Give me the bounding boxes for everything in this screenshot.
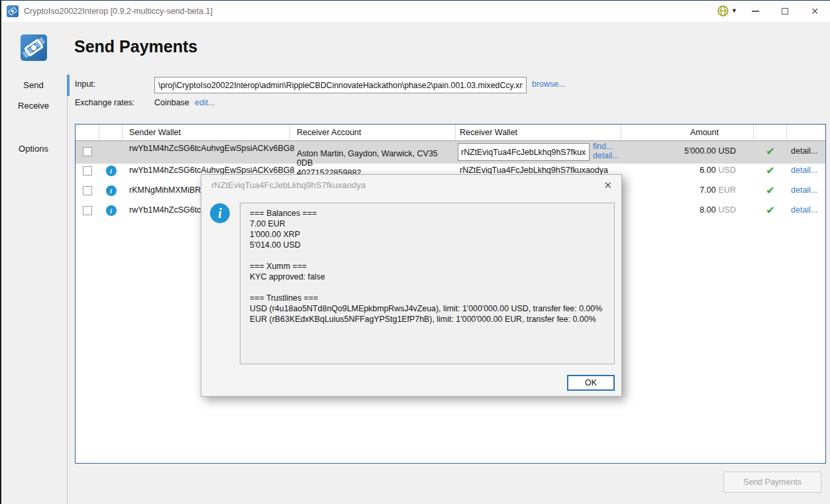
input-label: Input: xyxy=(75,79,95,89)
sidebar-divider xyxy=(67,74,68,504)
sender-wallet-cell: rwYb1M4hZcSG6tcAuhvgEwSpsiACKv6BG8 xyxy=(123,141,290,164)
amount-value: 8.00 xyxy=(700,205,715,215)
receiver-account-cell: Aston Martin, Gaydon, Warwick, CV35 0DB xyxy=(290,141,456,164)
app-logo xyxy=(21,34,47,61)
titlebar: CryptoIso20022Interop [0.9.2-multiccy-se… xyxy=(0,1,830,22)
header-status-col xyxy=(754,125,787,140)
browse-link[interactable]: browse... xyxy=(532,79,566,89)
app-window: CryptoIso20022Interop [0.9.2-multiccy-se… xyxy=(0,0,830,504)
globe-icon xyxy=(717,5,729,17)
info-icon: i xyxy=(210,203,230,223)
close-button[interactable]: ✕ xyxy=(800,1,829,22)
green-check-icon: ✔ xyxy=(766,166,774,176)
page-title: Send Payments xyxy=(74,37,197,56)
language-selector[interactable]: ▼ xyxy=(717,5,739,18)
amount-value: 6.00 xyxy=(700,166,715,175)
sidebar-item-send[interactable]: Send xyxy=(0,80,67,90)
info-icon[interactable]: i xyxy=(106,166,117,176)
row-detail-link[interactable]: detail... xyxy=(791,146,817,156)
row-detail-link[interactable]: detail... xyxy=(791,205,817,215)
amount-value: 5'000.00 xyxy=(684,146,716,156)
info-icon[interactable]: i xyxy=(106,205,117,216)
amount-currency: USD xyxy=(719,205,736,215)
detail-link[interactable]: detail... xyxy=(593,151,619,160)
green-check-icon: ✔ xyxy=(766,205,774,216)
minimize-button[interactable] xyxy=(741,1,770,22)
header-checkbox-col xyxy=(76,125,99,140)
send-payments-button[interactable]: Send Payments xyxy=(723,472,821,493)
maximize-button[interactable] xyxy=(770,1,800,22)
minimize-icon xyxy=(752,11,759,12)
window-title: CryptoIso20022Interop [0.9.2-multiccy-se… xyxy=(24,7,213,16)
wallet-detail-dialog: rNZtEviqTua4FcJebLkhq9hS7fkuxaodya ✕ i =… xyxy=(201,174,622,397)
row-detail-link[interactable]: detail... xyxy=(791,185,817,195)
exchange-rates-value: Coinbase xyxy=(154,98,189,107)
amount-currency: USD xyxy=(719,166,736,175)
dialog-close-icon[interactable]: ✕ xyxy=(603,179,612,191)
green-check-icon: ✔ xyxy=(766,146,774,157)
amount-currency: USD xyxy=(719,146,736,156)
chevron-down-icon: ▼ xyxy=(731,7,737,14)
amount-value: 7.00 xyxy=(700,185,715,195)
dialog-content-box: === Balances === 7.00 EUR 1'000.00 XRP 5… xyxy=(240,203,615,364)
row-checkbox[interactable] xyxy=(83,166,92,176)
dialog-body-text: === Balances === 7.00 EUR 1'000.00 XRP 5… xyxy=(240,203,614,329)
active-nav-indicator xyxy=(67,75,70,96)
ok-button[interactable]: OK xyxy=(567,375,615,391)
header-receiver-wallet: Receiver Wallet xyxy=(456,125,621,140)
maximize-icon xyxy=(782,8,788,15)
header-amount: Amount xyxy=(621,125,754,140)
green-check-icon: ✔ xyxy=(766,185,774,196)
info-icon[interactable]: i xyxy=(106,185,117,196)
row-checkbox[interactable] xyxy=(83,206,92,215)
receiver-wallet-field[interactable] xyxy=(458,143,590,161)
sidebar-item-options[interactable]: Options xyxy=(0,144,67,154)
header-sender-wallet: Sender Wallet xyxy=(123,125,290,140)
edit-exchange-link[interactable]: edit... xyxy=(195,98,215,107)
exchange-rates-label: Exchange rates: xyxy=(75,98,134,107)
find-link[interactable]: find... xyxy=(593,142,619,151)
amount-currency: EUR xyxy=(719,185,736,195)
row-checkbox[interactable] xyxy=(83,147,92,156)
window-left-edge xyxy=(0,1,1,504)
input-file-field[interactable] xyxy=(154,77,527,93)
sidebar-item-receive[interactable]: Receive xyxy=(0,101,67,111)
header-detail-col xyxy=(787,125,825,140)
row-detail-link[interactable]: detail... xyxy=(791,166,817,175)
dialog-title: rNZtEviqTua4FcJebLkhq9hS7fkuxaodya xyxy=(211,180,582,190)
header-receiver-account: Receiver Account xyxy=(290,125,456,140)
row-checkbox[interactable] xyxy=(83,186,92,195)
header-info-col xyxy=(99,125,123,140)
app-logo-icon xyxy=(7,5,19,17)
table-row[interactable]: rwYb1M4hZcSG6tcAuhvgEwSpsiACKv6BG8 Aston… xyxy=(76,141,825,164)
table-header-row: Sender Wallet Receiver Account Receiver … xyxy=(76,125,825,141)
